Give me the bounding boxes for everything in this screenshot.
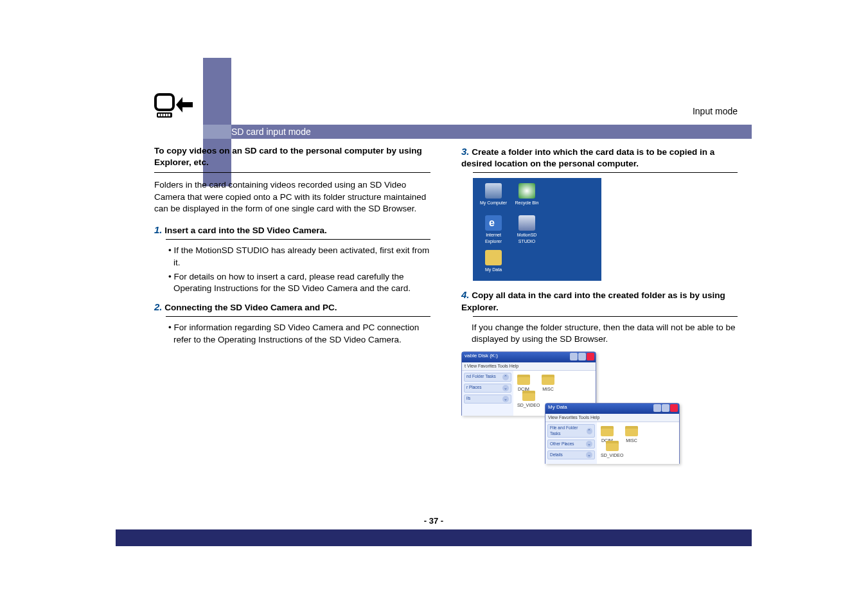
ie-icon xyxy=(485,215,502,231)
step-3: 3. Create a folder into which the card d… xyxy=(461,145,738,170)
motionsd-studio-icon: MotionSD STUDIO xyxy=(511,215,542,244)
window-buttons xyxy=(570,353,594,360)
folder-item: DCIM xyxy=(517,375,530,392)
sidepane-item: nd Folder Tasks⌃ xyxy=(464,373,511,382)
svg-rect-0 xyxy=(155,94,173,110)
figure-explorer-windows: vable Disk (K:) t View Favorites Tools H… xyxy=(461,351,680,467)
bullet-item: • For details on how to insert a card, p… xyxy=(164,271,430,294)
internet-explorer-icon: Internet Explorer xyxy=(478,215,509,244)
svg-rect-5 xyxy=(166,114,168,116)
decorative-title-gap xyxy=(203,125,231,139)
folder-icon xyxy=(485,250,502,265)
icon-label: Internet Explorer xyxy=(485,233,502,243)
step-heading: Connecting the SD Video Camera and PC. xyxy=(164,303,337,312)
step-number: 3. xyxy=(461,146,470,157)
window-menu: t View Favorites Tools Help xyxy=(462,362,596,370)
folder-item: MISC xyxy=(625,426,638,443)
window-titlebar: vable Disk (K:) xyxy=(462,352,596,362)
svg-rect-4 xyxy=(163,114,165,116)
sidepane-label: Details xyxy=(550,452,563,458)
folder-icon xyxy=(606,441,619,451)
explorer-sidepane: nd Folder Tasks⌃ r Places⌄ ils⌄ xyxy=(462,371,513,416)
divider xyxy=(166,239,430,240)
explorer-sidepane: File and Folder Tasks⌃ Other Places⌄ Det… xyxy=(545,422,597,464)
folder-icon xyxy=(522,391,535,401)
folder-icon xyxy=(601,426,614,436)
sidepane-label: Other Places xyxy=(550,441,574,447)
sidepane-label: r Places xyxy=(466,385,481,391)
step-number: 2. xyxy=(154,301,163,312)
step-heading: Copy all data in the card into the creat… xyxy=(461,290,725,312)
page-header: Input mode SD card input mode xyxy=(116,58,752,136)
folder-label: MISC xyxy=(626,438,637,443)
step-number: 1. xyxy=(154,224,163,235)
step-heading: Create a folder into which the card data… xyxy=(461,147,714,168)
right-column: 3. Create a folder into which the card d… xyxy=(461,145,738,467)
step-1-body: • If the MotionSD STUDIO has already bee… xyxy=(164,245,430,294)
divider xyxy=(154,172,430,173)
left-column: To copy videos on an SD card to the pers… xyxy=(154,145,430,467)
window-title: vable Disk (K:) xyxy=(465,353,498,359)
sidepane-label: ils xyxy=(466,396,470,402)
divider xyxy=(473,316,738,317)
divider xyxy=(166,316,430,317)
step-heading: Insert a card into the SD Video Camera. xyxy=(164,226,327,235)
sidepane-item: r Places⌄ xyxy=(464,384,511,393)
step-2-body: • For information regarding SD Video Cam… xyxy=(164,322,430,345)
camera-arrow-icon xyxy=(154,93,195,124)
sidepane-label: nd Folder Tasks xyxy=(466,374,496,380)
close-icon xyxy=(587,353,594,360)
sidepane-item: File and Folder Tasks⌃ xyxy=(547,424,595,438)
my-data-folder-icon: My Data xyxy=(478,250,509,272)
step-4-note: If you change the folder structure, then… xyxy=(472,322,738,345)
folder-icon xyxy=(517,375,530,385)
figure-desktop: My Computer Recycle Bin Internet Explore… xyxy=(473,178,738,281)
sidepane-item: Other Places⌄ xyxy=(547,440,595,449)
folder-label: SD_VIDEO xyxy=(517,403,540,407)
icon-label: MotionSD STUDIO xyxy=(517,233,537,243)
footer-bar xyxy=(116,529,752,546)
svg-rect-6 xyxy=(168,114,170,116)
document-page: Input mode SD card input mode To copy vi… xyxy=(116,58,752,546)
step-2: 2. Connecting the SD Video Camera and PC… xyxy=(154,301,430,314)
close-icon xyxy=(670,404,678,412)
explorer-window-my-data: My Data View Favorites Tools Help File a… xyxy=(545,403,680,464)
maximize-icon xyxy=(662,404,669,412)
folder-label: MISC xyxy=(542,387,554,391)
divider xyxy=(473,172,738,173)
content-columns: To copy videos on an SD card to the pers… xyxy=(154,145,738,467)
window-buttons xyxy=(653,404,678,412)
computer-icon xyxy=(485,183,502,199)
folder-label: SD_VIDEO xyxy=(601,453,623,458)
icon-label: My Data xyxy=(485,267,502,272)
chevron-icon: ⌃ xyxy=(502,374,509,380)
bullet-item: • For information regarding SD Video Cam… xyxy=(164,322,430,345)
svg-rect-3 xyxy=(161,114,163,116)
step-1: 1. Insert a card into the SD Video Camer… xyxy=(154,224,430,236)
section-title-bar: SD card input mode xyxy=(203,125,752,139)
maximize-icon xyxy=(578,353,586,360)
intro-paragraph: Folders in the card containing videos re… xyxy=(154,179,430,215)
step-number: 4. xyxy=(461,289,470,300)
sidepane-item: Details⌄ xyxy=(547,450,595,459)
sidepane-label: File and Folder Tasks xyxy=(550,425,587,437)
folder-item: MISC xyxy=(542,375,554,392)
app-icon xyxy=(518,215,535,231)
my-computer-icon: My Computer xyxy=(478,183,509,206)
mode-label: Input mode xyxy=(693,106,738,116)
folder-item: SD_VIDEO xyxy=(601,441,623,458)
folder-item: SD_VIDEO xyxy=(517,391,540,408)
step-4: 4. Copy all data in the card into the cr… xyxy=(461,289,738,313)
page-number: - 37 - xyxy=(424,516,443,526)
sidepane-item: ils⌄ xyxy=(464,395,511,404)
chevron-icon: ⌄ xyxy=(502,396,509,402)
icon-label: My Computer xyxy=(480,200,507,205)
desktop-screenshot: My Computer Recycle Bin Internet Explore… xyxy=(473,178,601,281)
icon-label: Recycle Bin xyxy=(515,200,539,205)
minimize-icon xyxy=(570,353,578,360)
bullet-item: • If the MotionSD STUDIO has already bee… xyxy=(164,245,430,268)
subsection-heading: To copy videos on an SD card to the pers… xyxy=(154,145,430,168)
recycle-bin-icon: Recycle Bin xyxy=(511,183,542,206)
window-title: My Data xyxy=(548,404,567,410)
folder-icon xyxy=(542,375,554,385)
